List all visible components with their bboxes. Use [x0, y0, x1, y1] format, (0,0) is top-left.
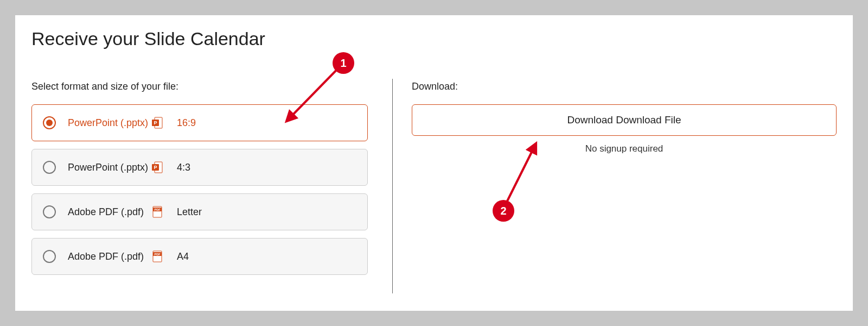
format-options-list: PowerPoint (.pptx)P16:9PowerPoint (.pptx…	[31, 104, 368, 275]
svg-text:P: P	[154, 120, 157, 126]
download-button[interactable]: Download Download File	[412, 104, 837, 136]
page-title: Receive your Slide Calendar	[31, 28, 837, 49]
svg-text:PDF: PDF	[155, 208, 161, 211]
option-size: A4	[177, 251, 189, 262]
option-label: PowerPoint (.pptx)	[68, 117, 152, 129]
annotation-arrow-1	[281, 56, 357, 127]
svg-line-13	[505, 149, 533, 206]
radio-icon	[43, 250, 56, 263]
annotation-arrow-2	[493, 140, 558, 216]
right-column: Download: Download Download File No sign…	[393, 81, 837, 293]
format-option-2[interactable]: Adobe PDF (.pdf)PDFLetter	[31, 193, 368, 230]
radio-icon	[43, 161, 56, 174]
option-label: Adobe PDF (.pdf)	[68, 251, 152, 262]
dialog-card: Receive your Slide Calendar Select forma…	[15, 15, 853, 311]
option-label: Adobe PDF (.pdf)	[68, 206, 152, 218]
powerpoint-icon: P	[152, 161, 163, 173]
svg-line-12	[291, 67, 340, 117]
pdf-icon: PDF	[152, 250, 163, 262]
radio-icon	[43, 116, 56, 129]
format-option-3[interactable]: Adobe PDF (.pdf)PDFA4	[31, 238, 368, 275]
pdf-icon: PDF	[152, 206, 163, 218]
format-option-1[interactable]: PowerPoint (.pptx)P4:3	[31, 149, 368, 186]
powerpoint-icon: P	[152, 117, 163, 129]
download-section-label: Download:	[412, 81, 837, 92]
signup-note: No signup required	[412, 143, 837, 154]
option-size: 16:9	[177, 117, 196, 129]
option-size: 4:3	[177, 162, 190, 173]
svg-text:PDF: PDF	[155, 253, 161, 256]
option-size: Letter	[177, 206, 202, 218]
option-label: PowerPoint (.pptx)	[68, 162, 152, 173]
svg-text:P: P	[154, 165, 157, 170]
columns: Select format and size of your file: Pow…	[31, 81, 837, 293]
radio-icon	[43, 205, 56, 218]
